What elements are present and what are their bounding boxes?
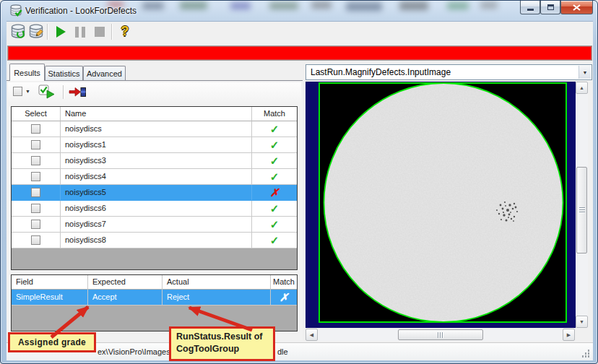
row-name: noisydiscs1 <box>61 137 252 153</box>
thumb-grip <box>579 207 585 213</box>
select-cell <box>12 233 61 248</box>
run-icon <box>56 26 66 38</box>
export-icon <box>69 86 87 98</box>
status-state-text: dle <box>277 347 288 356</box>
chevron-down-icon: ▼ <box>25 89 30 94</box>
minimize-icon <box>527 9 534 11</box>
help-icon: ? <box>121 24 129 39</box>
record-display-selector[interactable]: LastRun.MagnifyDefects.InputImage ▼ <box>306 64 592 80</box>
minimize-button[interactable] <box>520 1 540 14</box>
field-cell: SimpleResult <box>12 290 88 306</box>
row-name: noisydiscs <box>61 121 252 137</box>
run-button[interactable] <box>53 23 69 40</box>
toolbar-separator <box>47 24 48 40</box>
expected-cell: Accept <box>88 290 162 306</box>
match-pass-icon: ✓ <box>252 217 297 233</box>
stop-icon <box>95 27 105 37</box>
detail-table: Field Expected Actual Match SimpleResult… <box>11 274 298 332</box>
table-row[interactable]: noisydiscs4✓ <box>12 169 297 185</box>
match-pass-icon: ✓ <box>252 233 297 248</box>
row-checkbox[interactable] <box>31 156 40 165</box>
match-pass-icon: ✓ <box>252 169 297 185</box>
open-image-database-button[interactable] <box>10 24 26 40</box>
edit-image-database-icon <box>28 24 44 40</box>
app-database-check-icon <box>9 4 22 17</box>
column-header-field[interactable]: Field <box>12 275 88 290</box>
image-horizontal-scrollbar[interactable]: ◀ ▶ <box>306 329 575 341</box>
select-cell <box>12 153 61 169</box>
scroll-right-button[interactable]: ▶ <box>563 329 575 341</box>
match-fail-icon: ✗ <box>271 290 297 306</box>
column-header-match[interactable]: Match <box>271 275 297 290</box>
scroll-left-icon: ◀ <box>310 332 313 338</box>
inspected-image <box>318 82 567 323</box>
resize-grip[interactable] <box>582 350 590 358</box>
toolbar-separator <box>111 24 112 40</box>
thumb-grip <box>438 332 443 338</box>
table-row[interactable]: noisydiscs7✓ <box>12 217 297 233</box>
chevron-down-icon: ▼ <box>583 70 588 75</box>
row-checkbox[interactable] <box>31 172 40 181</box>
column-header-name[interactable]: Name <box>61 107 252 121</box>
vertical-scroll-thumb[interactable] <box>576 167 587 254</box>
scroll-down-button[interactable]: ▼ <box>576 316 588 328</box>
select-cell <box>12 217 61 233</box>
help-button[interactable]: ? <box>117 22 133 40</box>
status-path-text: ex\VisionPro\Images <box>98 347 170 356</box>
table-row[interactable]: noisydiscs3✓ <box>12 153 297 169</box>
callout-assigned-grade: Assigned grade <box>8 332 96 352</box>
export-results-button[interactable] <box>69 86 87 101</box>
run-checked-button[interactable] <box>38 84 56 102</box>
edit-image-database-button[interactable] <box>28 24 44 40</box>
table-row[interactable]: noisydiscs✓ <box>12 121 297 137</box>
image-vertical-scrollbar[interactable]: ▲ ▼ <box>576 82 588 328</box>
tab-results[interactable]: Results <box>9 64 45 81</box>
select-cell <box>12 137 61 153</box>
column-header-match[interactable]: Match <box>252 107 297 121</box>
tab-advanced[interactable]: Advanced <box>83 66 126 81</box>
toolbar-separator <box>63 85 64 99</box>
row-checkbox[interactable] <box>31 124 40 134</box>
scroll-left-button[interactable]: ◀ <box>306 329 318 341</box>
select-cell <box>12 201 61 217</box>
row-checkbox[interactable] <box>31 220 40 229</box>
table-row[interactable]: noisydiscs6✓ <box>12 201 297 217</box>
table-row[interactable]: SimpleResult Accept Reject ✗ <box>12 290 297 306</box>
row-name: noisydiscs7 <box>61 217 252 233</box>
row-checkbox[interactable] <box>31 235 40 245</box>
pause-icon <box>75 27 85 38</box>
record-display-selector-value: LastRun.MagnifyDefects.InputImage <box>311 67 451 77</box>
column-header-actual[interactable]: Actual <box>162 275 271 290</box>
row-checkbox[interactable] <box>31 204 40 213</box>
table-row[interactable]: noisydiscs8✓ <box>12 233 297 248</box>
pause-button[interactable] <box>72 23 88 40</box>
combo-dropdown-button[interactable]: ▼ <box>578 66 591 79</box>
match-pass-icon: ✓ <box>252 137 297 153</box>
match-pass-icon: ✓ <box>252 201 297 217</box>
table-row[interactable]: noisydiscs1✓ <box>12 137 297 153</box>
column-header-expected[interactable]: Expected <box>88 275 162 290</box>
open-image-database-icon <box>10 24 26 40</box>
select-all-dropdown[interactable]: ▼ <box>13 87 30 96</box>
results-table: Select Name Match noisydiscs✓noisydiscs1… <box>11 106 298 270</box>
status-banner <box>7 46 592 61</box>
horizontal-scroll-thumb[interactable] <box>398 329 483 340</box>
select-all-checkbox[interactable] <box>13 87 22 96</box>
column-header-select[interactable]: Select <box>12 107 61 121</box>
window-title: Verification - LookForDefects <box>25 6 136 16</box>
maximize-icon <box>547 4 554 10</box>
callout-line1: RunStatus.Result of <box>176 331 273 343</box>
callout-line2: CogToolGroup <box>176 343 273 355</box>
row-checkbox[interactable] <box>31 140 40 150</box>
row-checkbox[interactable] <box>31 188 40 197</box>
table-row[interactable]: noisydiscs5✗ <box>12 185 297 201</box>
tab-statistics[interactable]: Statistics <box>45 66 83 81</box>
maximize-button[interactable] <box>540 1 560 14</box>
scroll-up-button[interactable]: ▲ <box>576 82 588 94</box>
run-checked-icon <box>38 84 56 99</box>
title-bar[interactable]: Verification - LookForDefects <box>1 1 598 21</box>
select-cell <box>12 185 61 201</box>
stop-button[interactable] <box>92 23 108 40</box>
scroll-up-icon: ▲ <box>579 85 584 90</box>
close-button[interactable] <box>560 1 593 14</box>
